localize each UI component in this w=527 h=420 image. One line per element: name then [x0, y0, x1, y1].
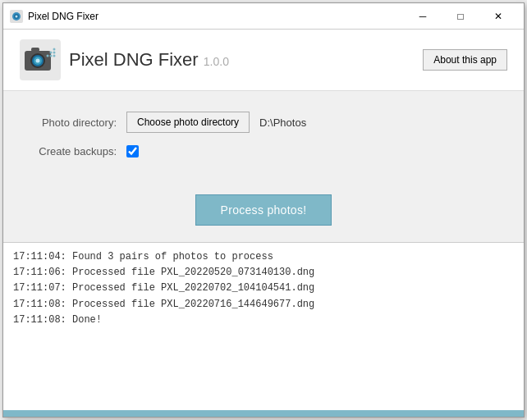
app-title: Pixel DNG Fixer 1.0.0 — [69, 49, 229, 71]
photo-directory-label: Photo directory: — [28, 116, 126, 129]
process-photos-button[interactable]: Process photos! — [195, 194, 332, 226]
content-area: Pixel DNG Fixer 1.0.0 About this app Pho… — [3, 30, 524, 417]
log-area: 17:11:04: Found 3 pairs of photos to pro… — [3, 242, 524, 410]
log-entry: 17:11:07: Processed file PXL_20220702_10… — [13, 281, 514, 296]
svg-point-14 — [53, 48, 56, 51]
svg-point-11 — [47, 55, 49, 57]
process-button-row: Process photos! — [3, 186, 524, 242]
create-backups-checkbox[interactable] — [126, 145, 139, 158]
about-button[interactable]: About this app — [423, 49, 507, 71]
app-logo-area: Pixel DNG Fixer 1.0.0 — [20, 39, 229, 80]
app-logo-icon — [20, 39, 61, 80]
create-backups-checkbox-wrapper — [126, 145, 139, 158]
create-backups-row: Create backups: — [28, 145, 499, 158]
main-form: Photo directory: Choose photo directory … — [3, 91, 524, 186]
title-bar-controls: ─ □ ✕ — [404, 3, 517, 30]
svg-point-15 — [53, 52, 56, 54]
log-entry: 17:11:04: Found 3 pairs of photos to pro… — [13, 249, 514, 265]
app-icon — [10, 10, 23, 23]
directory-path-display: D:\Photos — [259, 116, 306, 129]
title-bar-text: Pixel DNG Fixer — [28, 11, 404, 22]
close-button[interactable]: ✕ — [479, 3, 517, 30]
svg-point-13 — [50, 55, 53, 57]
log-entry: 17:11:08: Processed file PXL_20220716_14… — [13, 297, 514, 313]
bottom-bar — [3, 410, 524, 417]
minimize-button[interactable]: ─ — [404, 3, 442, 30]
main-window: Pixel DNG Fixer ─ □ ✕ — [2, 2, 525, 418]
app-version: 1.0.0 — [204, 55, 229, 68]
choose-directory-button[interactable]: Choose photo directory — [126, 112, 250, 133]
log-entry: 17:11:08: Done! — [13, 313, 514, 328]
app-header: Pixel DNG Fixer 1.0.0 About this app — [3, 30, 524, 91]
photo-directory-row: Photo directory: Choose photo directory … — [28, 112, 499, 133]
svg-rect-10 — [31, 48, 39, 52]
create-backups-label: Create backups: — [28, 145, 126, 158]
svg-point-3 — [16, 15, 18, 17]
svg-point-12 — [50, 52, 53, 54]
svg-point-9 — [36, 59, 40, 63]
maximize-button[interactable]: □ — [442, 3, 479, 30]
log-entry: 17:11:06: Processed file PXL_20220520_07… — [13, 265, 514, 281]
svg-point-16 — [53, 55, 56, 57]
title-bar: Pixel DNG Fixer ─ □ ✕ — [3, 3, 524, 30]
